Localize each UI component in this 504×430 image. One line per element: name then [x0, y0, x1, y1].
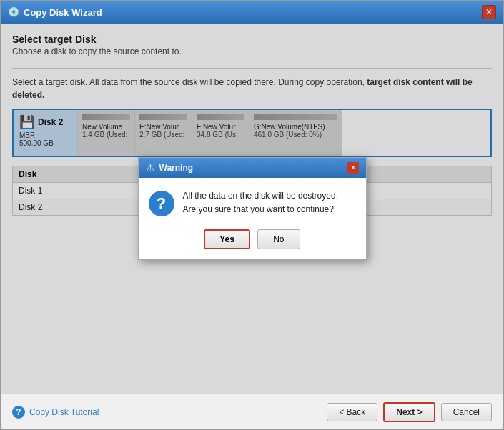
footer-left: ? Copy Disk Tutorial: [12, 406, 99, 419]
next-button[interactable]: Next >: [383, 402, 435, 422]
title-bar: 💿 Copy Disk Wizard ✕: [1, 1, 503, 24]
window-icon: 💿: [8, 6, 19, 18]
dialog-overlay: ⚠ Warning ✕ ? All the data on the disk w…: [1, 24, 503, 394]
dialog-buttons: Yes No: [139, 225, 366, 259]
window-title: Copy Disk Wizard: [24, 7, 102, 18]
dialog-text: All the data on the disk will be destroy…: [183, 189, 338, 216]
warning-icon: ⚠: [146, 162, 155, 174]
tutorial-link[interactable]: Copy Disk Tutorial: [29, 407, 99, 417]
dialog-title: Warning: [159, 163, 194, 173]
dialog-body: ? All the data on the disk will be destr…: [139, 178, 366, 225]
title-bar-left: 💿 Copy Disk Wizard: [8, 6, 102, 18]
footer-right: < Back Next > Cancel: [327, 402, 492, 422]
yes-button[interactable]: Yes: [204, 229, 250, 249]
dialog-close-button[interactable]: ✕: [347, 162, 359, 174]
dialog-title-left: ⚠ Warning: [146, 162, 194, 174]
back-button[interactable]: < Back: [327, 403, 377, 421]
no-button[interactable]: No: [257, 229, 300, 249]
warning-dialog: ⚠ Warning ✕ ? All the data on the disk w…: [138, 157, 367, 260]
close-button[interactable]: ✕: [482, 5, 496, 19]
footer: ? Copy Disk Tutorial < Back Next > Cance…: [1, 394, 503, 429]
main-window: 💿 Copy Disk Wizard ✕ Select target Disk …: [0, 0, 504, 430]
cancel-button[interactable]: Cancel: [441, 403, 492, 421]
dialog-title-bar: ⚠ Warning ✕: [139, 158, 366, 178]
question-icon: ?: [149, 191, 174, 216]
help-icon[interactable]: ?: [12, 406, 25, 419]
dialog-message-line2: Are you sure that you want to continue?: [183, 203, 338, 216]
dialog-message-line1: All the data on the disk will be destroy…: [183, 189, 338, 203]
